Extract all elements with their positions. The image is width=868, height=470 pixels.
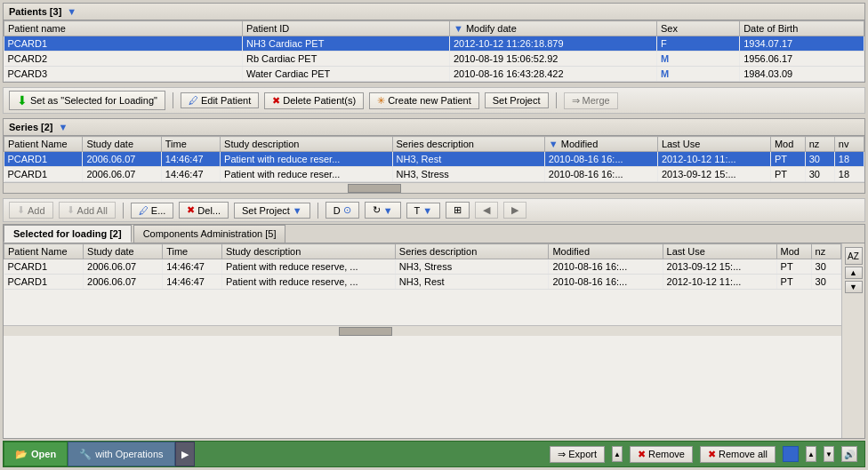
col-nz[interactable]: nz — [805, 137, 834, 152]
t-label: T — [414, 205, 421, 216]
add-all-label: Add All — [77, 205, 108, 216]
selected-scrollbar[interactable] — [4, 325, 841, 336]
t-button[interactable]: T ▼ — [406, 203, 441, 219]
col-study-date[interactable]: Study date — [83, 137, 161, 152]
series-dropdown-icon[interactable]: ▼ — [59, 122, 68, 132]
sel-modified: 2010-08-16 16:... — [549, 275, 663, 290]
col-sel-time[interactable]: Time — [163, 244, 222, 259]
del-series-button[interactable]: ✖ Del... — [179, 202, 229, 219]
delete-patient-button[interactable]: ✖ Delete Patient(s) — [264, 92, 364, 109]
series-modified: 2010-08-16 16:... — [544, 167, 657, 182]
scroll-down2-button[interactable]: ▼ — [845, 281, 863, 293]
play-button[interactable]: ▶ — [175, 442, 195, 466]
col-sel-modified[interactable]: Modified — [549, 244, 663, 259]
patients-dropdown-icon[interactable]: ▼ — [67, 6, 76, 17]
series-table-container: Patient Name Study date Time Study descr… — [4, 136, 864, 182]
col-sel-nz[interactable]: nz — [811, 244, 840, 259]
add-button[interactable]: ⬇ Add — [9, 202, 53, 219]
tab-selected-loading[interactable]: Selected for loading [2] — [4, 225, 132, 243]
prev-button[interactable]: ◀ — [475, 202, 498, 219]
series-panel: Series [2] ▼ Patient Name Study date Tim… — [3, 118, 865, 194]
refresh-icon: ↻ — [373, 204, 381, 216]
table-row[interactable]: PCARD1 2006.06.07 14:46:47 Patient with … — [4, 152, 864, 167]
separator — [173, 92, 173, 108]
merge-label: Merge — [583, 95, 610, 106]
table-row[interactable]: PCARD2 Rb Cardiac PET 2010-08-19 15:06:5… — [4, 52, 864, 67]
sel-patient-name: PCARD1 — [4, 259, 84, 275]
remove-all-button[interactable]: ✖ Remove all — [700, 446, 776, 463]
series-patient-name: PCARD1 — [4, 167, 83, 182]
merge-button[interactable]: ⇒ Merge — [564, 92, 618, 109]
col-sel-date[interactable]: Study date — [84, 244, 163, 259]
scroll-thumb[interactable] — [348, 184, 401, 193]
tab-bar: Selected for loading [2] Components Admi… — [4, 225, 864, 243]
table-row[interactable]: PCARD1 2006.06.07 14:46:47 Patient with … — [4, 167, 864, 182]
remove-button[interactable]: ✖ Remove — [630, 446, 693, 463]
del-series-label: Del... — [197, 205, 221, 216]
grid-icon: ⊞ — [454, 204, 462, 216]
col-series-patient[interactable]: Patient Name — [4, 137, 83, 152]
series-nv: 18 — [834, 167, 864, 182]
col-time[interactable]: Time — [161, 137, 220, 152]
col-modify-date[interactable]: ▼ Modify date — [449, 21, 656, 36]
col-sel-study[interactable]: Study description — [221, 244, 395, 259]
refresh-button[interactable]: ↻ ▼ — [365, 202, 401, 219]
set-project-series-button[interactable]: Set Project ▼ — [234, 203, 310, 219]
edit-patient-button[interactable]: 🖊 Edit Patient — [181, 92, 259, 108]
col-series-desc[interactable]: Series description — [392, 137, 544, 152]
next-button[interactable]: ▶ — [503, 202, 526, 219]
col-sel-series[interactable]: Series description — [395, 244, 549, 259]
col-dob[interactable]: Date of Birth — [740, 21, 864, 36]
edit-series-button[interactable]: 🖊 E... — [131, 203, 174, 219]
sel-study-date: 2006.06.07 — [84, 259, 163, 275]
col-modified[interactable]: ▼ Modified — [544, 137, 657, 152]
table-row[interactable]: PCARD3 Water Cardiac PET 2010-08-16 16:4… — [4, 67, 864, 82]
remove-all-icon: ✖ — [708, 449, 716, 460]
color-up[interactable]: ▲ — [806, 446, 816, 462]
patient-sex-cell: M — [656, 52, 739, 67]
export-dropdown[interactable]: ▲ — [612, 446, 623, 462]
separator — [556, 92, 557, 108]
d-dropdown: ⊙ — [343, 204, 351, 216]
create-patient-label: Create new Patient — [388, 95, 471, 106]
col-sel-patient[interactable]: Patient Name — [4, 244, 84, 259]
set-loading-button[interactable]: ⬇ Set as "Selected for Loading" — [9, 91, 165, 110]
col-patient-id[interactable]: Patient ID — [242, 21, 449, 36]
sel-mod: PT — [776, 259, 811, 275]
series-scrollbar[interactable] — [4, 182, 864, 193]
col-sel-last-use[interactable]: Last Use — [663, 244, 776, 259]
table-row[interactable]: PCARD1 2006.06.07 14:46:47 Patient with … — [4, 259, 841, 275]
col-patient-name[interactable]: Patient name — [4, 21, 243, 36]
scroll-up-button[interactable]: AZ — [845, 247, 863, 265]
export-button[interactable]: ⇒ Export — [550, 446, 605, 463]
table-row[interactable]: PCARD1 2006.06.07 14:46:47 Patient with … — [4, 275, 841, 290]
series-mod: PT — [770, 152, 805, 167]
col-mod[interactable]: Mod — [770, 137, 805, 152]
create-patient-button[interactable]: ✳ Create new Patient — [369, 92, 479, 109]
series-time: 14:46:47 — [161, 167, 220, 182]
color-down[interactable]: ▼ — [824, 446, 834, 462]
sound-button[interactable]: 🔊 — [841, 446, 857, 462]
table-row[interactable]: PCARD1 NH3 Cardiac PET 2012-10-12 11:26:… — [4, 36, 864, 52]
open-button[interactable]: 📂 Open — [4, 442, 68, 466]
sel-study-desc: Patient with reduce reserve, ... — [221, 275, 395, 290]
tab-components-admin[interactable]: Components Administration [5] — [133, 225, 286, 243]
patient-id-cell: NH3 Cardiac PET — [242, 36, 449, 52]
col-study-desc[interactable]: Study description — [221, 137, 392, 152]
patients-title: Patients [3] — [9, 6, 61, 17]
color-box-button[interactable] — [783, 446, 799, 462]
scroll-up2-button[interactable]: ▲ — [845, 267, 863, 279]
operations-button[interactable]: 🔧 with Operations — [68, 442, 174, 466]
col-nv[interactable]: nv — [834, 137, 864, 152]
add-all-button[interactable]: ⬇ Add All — [59, 202, 116, 219]
sel-nz: 30 — [811, 259, 840, 275]
d-button[interactable]: D ⊙ — [326, 202, 359, 219]
set-project-button[interactable]: Set Project — [485, 92, 549, 108]
separator — [123, 203, 124, 219]
col-sex[interactable]: Sex — [656, 21, 739, 36]
col-last-use[interactable]: Last Use — [657, 137, 770, 152]
scroll-thumb[interactable] — [339, 327, 392, 336]
edit-series-label: E... — [151, 205, 166, 216]
grid-button[interactable]: ⊞ — [446, 202, 470, 219]
col-sel-mod[interactable]: Mod — [776, 244, 811, 259]
